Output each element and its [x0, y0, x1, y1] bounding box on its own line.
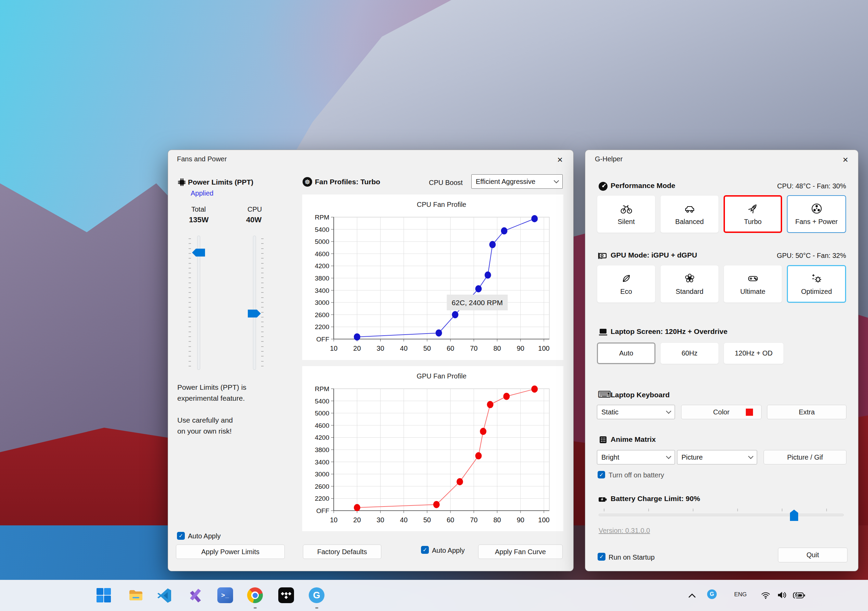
performance-mode-header: Performance Mode — [611, 182, 675, 190]
total-slider-thumb[interactable] — [192, 249, 205, 257]
power-limits-status: Applied — [191, 190, 214, 197]
anime-mode-select[interactable]: Picture — [677, 450, 757, 465]
chevron-down-icon — [748, 454, 754, 459]
slider-tick — [189, 302, 191, 303]
svg-text:3000: 3000 — [315, 299, 329, 306]
slider-tick — [189, 341, 191, 342]
apply-fan-curve-button[interactable]: Apply Fan Curve — [478, 544, 563, 559]
powershell-icon[interactable]: >_ — [217, 588, 233, 603]
gpu-mode-standard-button[interactable]: Standard — [660, 265, 719, 303]
ghelper-tray-icon[interactable]: G — [707, 589, 717, 599]
version-link[interactable]: Version: 0.31.0.0 — [598, 527, 650, 535]
ghelper-icon[interactable]: G — [309, 588, 324, 603]
battery-charging-icon[interactable] — [793, 591, 806, 600]
slider-tick — [189, 263, 191, 264]
keyboard-color-button[interactable]: Color — [681, 405, 761, 419]
total-label: Total — [191, 205, 206, 213]
quit-button[interactable]: Quit — [778, 548, 848, 562]
screen-120hz-od-button[interactable]: 120Hz + OD — [724, 342, 784, 364]
battery-limit-slider-thumb[interactable] — [790, 510, 798, 521]
screen-60hz-button[interactable]: 60Hz — [660, 342, 719, 364]
tidal-icon[interactable] — [278, 588, 294, 603]
tray-chevron-up-icon[interactable] — [688, 592, 696, 598]
auto-apply-power-checkbox[interactable]: ✓ — [177, 532, 185, 540]
close-icon[interactable]: ✕ — [554, 154, 566, 166]
apply-power-limits-button[interactable]: Apply Power Limits — [176, 544, 285, 559]
svg-text:OFF: OFF — [316, 507, 329, 515]
slider-tick — [189, 273, 191, 273]
slider-tick — [189, 312, 191, 313]
screen-auto-button[interactable]: Auto — [597, 342, 656, 364]
svg-text:RPM: RPM — [315, 214, 329, 221]
keyboard-extra-button[interactable]: Extra — [767, 405, 846, 419]
anime-matrix-header: Anime Matrix — [611, 435, 656, 443]
slider-tick — [261, 307, 264, 308]
svg-text:80: 80 — [493, 345, 501, 352]
cpu-slider-track[interactable] — [253, 236, 256, 370]
perf-mode-balanced-button[interactable]: Balanced — [660, 195, 719, 233]
svg-text:3800: 3800 — [315, 446, 329, 454]
start-button-icon[interactable] — [96, 588, 112, 603]
file-explorer-icon[interactable] — [128, 588, 144, 603]
gpu-mode-eco-button[interactable]: Eco — [597, 265, 656, 303]
chrome-icon-center — [253, 593, 258, 598]
run-on-startup-checkbox[interactable]: ✓ — [598, 553, 606, 561]
cpu-fan-chart[interactable]: 102030405060708090100OFF2200260030003400… — [302, 194, 563, 360]
fan-power-icon — [811, 202, 823, 215]
slider-tick — [261, 248, 264, 249]
svg-text:GPU Fan Profile: GPU Fan Profile — [417, 372, 467, 380]
turn-off-on-battery-checkbox[interactable]: ✓ — [598, 471, 605, 479]
perf-mode-silent-button[interactable]: Silent — [597, 195, 656, 233]
close-icon[interactable]: ✕ — [840, 154, 851, 166]
visual-studio-icon[interactable] — [188, 588, 203, 603]
slider-tick — [189, 326, 191, 327]
auto-apply-fan-label: Auto Apply — [432, 547, 465, 555]
vscode-icon[interactable] — [157, 588, 172, 603]
slider-tick — [261, 292, 264, 293]
anime-brightness-select[interactable]: Bright — [597, 450, 675, 465]
gpu-mode-optimized-button[interactable]: Optimized — [787, 265, 846, 303]
svg-text:3800: 3800 — [315, 275, 329, 282]
gpu-mode-ultimate-button[interactable]: Ultimate — [724, 265, 782, 303]
svg-text:2600: 2600 — [315, 311, 329, 319]
svg-text:4600: 4600 — [315, 422, 329, 429]
svg-text:40: 40 — [400, 516, 408, 524]
perf-mode-turbo-button[interactable]: Turbo — [724, 195, 782, 233]
volume-icon[interactable] — [777, 591, 787, 599]
cpu-slider-thumb[interactable] — [248, 309, 261, 317]
gpu-fan-chart[interactable]: 102030405060708090100OFF2200260030003400… — [302, 366, 563, 531]
svg-text:CPU Fan Profile: CPU Fan Profile — [417, 201, 467, 208]
slider-tick — [261, 341, 264, 342]
laptop-keyboard-header: Laptop Keyboard — [611, 391, 670, 399]
slider-tick — [261, 268, 264, 269]
chevron-down-icon — [554, 178, 559, 183]
slider-tick — [261, 336, 264, 337]
perf-mode-fans-power-button[interactable]: Fans + Power — [787, 195, 846, 233]
check-icon: ✓ — [599, 472, 603, 478]
svg-text:20: 20 — [353, 516, 361, 524]
battery-limit-slider-track[interactable] — [598, 514, 844, 516]
slider-tick — [189, 322, 191, 322]
svg-text:90: 90 — [517, 345, 524, 352]
language-indicator[interactable]: ENG — [734, 591, 747, 598]
keyboard-mode-select[interactable]: Static — [597, 405, 675, 419]
svg-text:10: 10 — [330, 516, 338, 524]
gear-sparks-icon — [811, 272, 823, 285]
auto-apply-fan-checkbox[interactable]: ✓ — [421, 546, 429, 554]
slider-tick — [189, 288, 191, 288]
slider-tick — [261, 322, 264, 322]
red-color-swatch — [746, 409, 753, 416]
leaf-icon — [620, 272, 632, 285]
svg-text:50: 50 — [423, 516, 431, 524]
picture-gif-button[interactable]: Picture / Gif — [764, 450, 846, 465]
gauge-icon — [598, 182, 608, 191]
slider-tick — [189, 243, 191, 244]
cpu-boost-select[interactable]: Efficient Aggressive — [471, 174, 563, 189]
svg-text:5000: 5000 — [315, 410, 329, 417]
wifi-icon[interactable] — [761, 591, 771, 599]
chrome-icon[interactable] — [247, 588, 263, 603]
check-icon: ✓ — [599, 553, 604, 560]
slider-tick — [189, 346, 191, 347]
svg-text:40: 40 — [400, 345, 408, 352]
factory-defaults-button[interactable]: Factory Defaults — [303, 544, 381, 559]
